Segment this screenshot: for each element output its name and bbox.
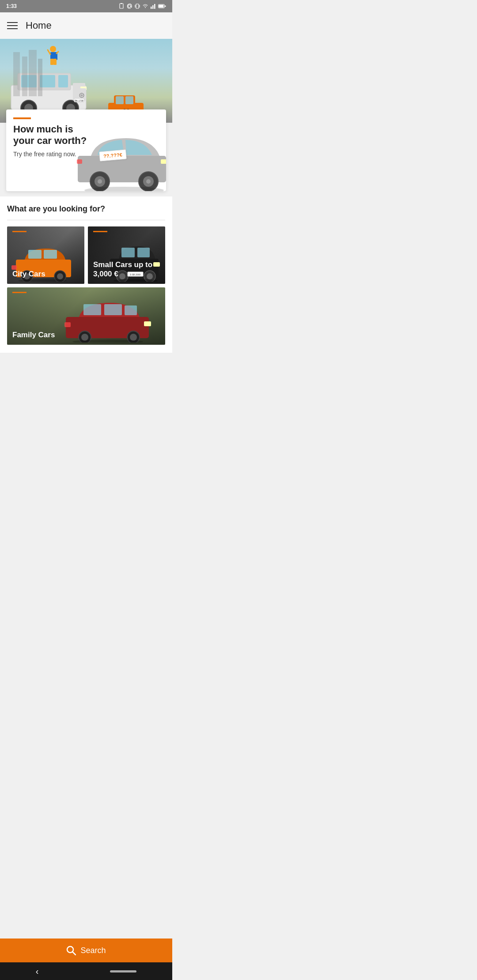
section-divider	[7, 220, 165, 220]
category-label-city: City Cars	[12, 270, 45, 279]
clipboard-icon	[118, 3, 125, 9]
svg-rect-64	[44, 250, 57, 259]
wifi-icon	[142, 3, 148, 9]
svg-rect-7	[151, 7, 152, 9]
hamburger-menu[interactable]	[7, 22, 18, 29]
category-accent-family	[12, 292, 26, 293]
top-navigation: Home	[0, 12, 172, 39]
status-time: 1:33	[6, 3, 17, 9]
svg-rect-11	[159, 5, 164, 8]
svg-rect-84	[104, 304, 122, 315]
category-section: What are you looking for? City Cars	[0, 196, 172, 353]
svg-rect-90	[144, 321, 151, 326]
svg-rect-49	[22, 57, 27, 96]
promo-car-image	[73, 129, 166, 191]
svg-point-55	[98, 179, 102, 184]
vibrate-icon	[134, 3, 140, 9]
category-card-family-cars[interactable]: Family Cars	[7, 287, 165, 345]
svg-point-58	[146, 179, 151, 184]
promo-accent-line	[13, 117, 31, 119]
svg-point-6	[145, 7, 146, 8]
svg-rect-3	[136, 4, 139, 8]
hamburger-line-2	[7, 25, 18, 26]
svg-rect-12	[165, 6, 166, 7]
svg-rect-69	[11, 265, 17, 270]
svg-point-2	[128, 5, 131, 8]
category-card-city-cars[interactable]: City Cars	[7, 226, 84, 284]
svg-rect-0	[120, 4, 123, 8]
svg-rect-63	[28, 250, 42, 259]
category-label-small: Small Cars up to 3,000 €	[93, 260, 165, 279]
svg-rect-83	[83, 304, 101, 315]
category-card-small-cars[interactable]: S·SB 2069 Small Cars up to 3,000 €	[88, 226, 165, 284]
category-accent-small	[93, 231, 107, 232]
status-bar: 1:33	[0, 0, 172, 12]
svg-rect-51	[38, 59, 42, 96]
svg-rect-91	[64, 322, 71, 327]
at-icon	[126, 3, 132, 9]
svg-rect-85	[125, 305, 137, 315]
category-grid: City Cars S·SB 2069 Small C	[7, 226, 165, 345]
svg-rect-60	[77, 159, 82, 164]
hamburger-line-1	[7, 22, 18, 23]
page-title: Home	[26, 20, 52, 31]
svg-rect-59	[161, 159, 166, 164]
svg-rect-1	[121, 3, 122, 4]
svg-point-89	[130, 334, 137, 341]
hamburger-line-3	[7, 28, 18, 29]
svg-rect-48	[13, 52, 20, 96]
family-car-image	[64, 298, 152, 343]
status-icons	[118, 3, 166, 9]
svg-rect-73	[137, 248, 150, 257]
battery-icon	[158, 4, 166, 8]
category-accent-city	[12, 231, 26, 232]
signal-icon	[150, 3, 156, 9]
svg-rect-72	[121, 248, 135, 257]
svg-rect-9	[154, 4, 155, 9]
promo-card[interactable]: How much is your car worth? Try the free…	[6, 109, 166, 191]
svg-rect-50	[29, 50, 37, 96]
section-title: What are you looking for?	[7, 204, 165, 214]
svg-point-68	[57, 273, 63, 279]
svg-rect-8	[152, 5, 154, 9]
category-label-family: Family Cars	[12, 331, 55, 339]
svg-point-87	[81, 334, 88, 341]
